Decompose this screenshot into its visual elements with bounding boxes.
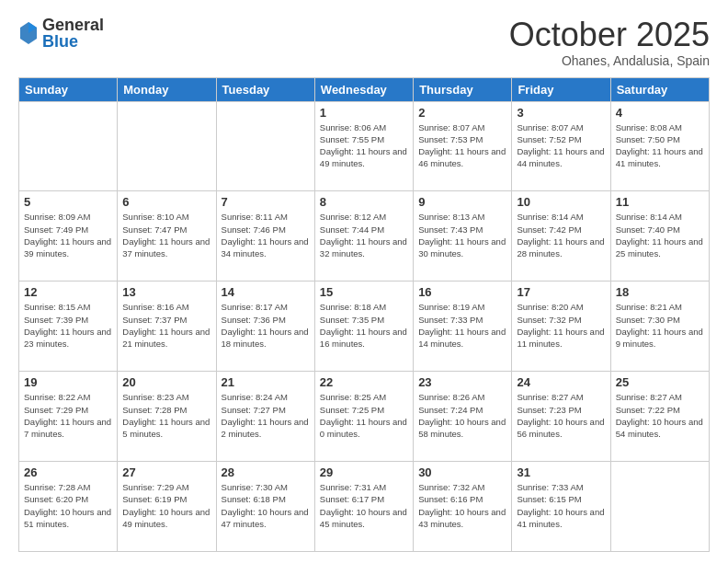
day-number: 21 bbox=[222, 375, 310, 389]
day-info: Sunrise: 7:30 AM Sunset: 6:18 PM Dayligh… bbox=[222, 481, 310, 530]
day-number: 25 bbox=[616, 375, 704, 389]
day-of-week-wednesday: Wednesday bbox=[314, 77, 413, 101]
location: Ohanes, Andalusia, Spain bbox=[509, 53, 710, 68]
day-number: 7 bbox=[222, 195, 310, 209]
calendar-cell: 16Sunrise: 8:19 AM Sunset: 7:33 PM Dayli… bbox=[414, 282, 512, 372]
calendar-cell: 28Sunrise: 7:30 AM Sunset: 6:18 PM Dayli… bbox=[216, 462, 314, 552]
calendar-cell: 18Sunrise: 8:21 AM Sunset: 7:30 PM Dayli… bbox=[610, 282, 709, 372]
calendar-cell: 4Sunrise: 8:08 AM Sunset: 7:50 PM Daylig… bbox=[610, 101, 709, 191]
logo-blue-text: Blue bbox=[42, 33, 104, 50]
day-info: Sunrise: 8:07 AM Sunset: 7:53 PM Dayligh… bbox=[418, 121, 506, 170]
calendar-week-3: 12Sunrise: 8:15 AM Sunset: 7:39 PM Dayli… bbox=[19, 282, 710, 372]
day-number: 9 bbox=[418, 195, 506, 209]
calendar-cell: 7Sunrise: 8:11 AM Sunset: 7:46 PM Daylig… bbox=[216, 191, 314, 282]
month-title: October 2025 bbox=[509, 17, 710, 53]
calendar-cell bbox=[19, 101, 118, 191]
day-info: Sunrise: 8:12 AM Sunset: 7:44 PM Dayligh… bbox=[320, 211, 408, 259]
day-info: Sunrise: 8:26 AM Sunset: 7:24 PM Dayligh… bbox=[418, 391, 506, 440]
logo-general-text: General bbox=[42, 17, 104, 33]
day-info: Sunrise: 7:31 AM Sunset: 6:17 PM Dayligh… bbox=[320, 481, 408, 530]
day-number: 29 bbox=[320, 465, 408, 479]
day-info: Sunrise: 8:15 AM Sunset: 7:39 PM Dayligh… bbox=[24, 301, 112, 350]
calendar-cell: 12Sunrise: 8:15 AM Sunset: 7:39 PM Dayli… bbox=[19, 282, 118, 372]
day-of-week-friday: Friday bbox=[512, 77, 610, 101]
day-number: 23 bbox=[418, 375, 506, 389]
day-info: Sunrise: 8:22 AM Sunset: 7:29 PM Dayligh… bbox=[24, 391, 112, 440]
calendar-cell: 17Sunrise: 8:20 AM Sunset: 7:32 PM Dayli… bbox=[512, 282, 610, 372]
header: General Blue October 2025 Ohanes, Andalu… bbox=[18, 17, 710, 68]
title-area: October 2025 Ohanes, Andalusia, Spain bbox=[509, 17, 710, 68]
calendar-cell: 5Sunrise: 8:09 AM Sunset: 7:49 PM Daylig… bbox=[19, 191, 118, 282]
calendar-cell: 14Sunrise: 8:17 AM Sunset: 7:36 PM Dayli… bbox=[216, 282, 314, 372]
day-number: 19 bbox=[24, 375, 112, 389]
calendar-cell: 24Sunrise: 8:27 AM Sunset: 7:23 PM Dayli… bbox=[512, 372, 610, 462]
day-number: 16 bbox=[418, 285, 506, 299]
day-number: 10 bbox=[517, 195, 605, 209]
calendar-cell: 15Sunrise: 8:18 AM Sunset: 7:35 PM Dayli… bbox=[314, 282, 413, 372]
logo: General Blue bbox=[18, 17, 104, 50]
day-info: Sunrise: 8:13 AM Sunset: 7:43 PM Dayligh… bbox=[418, 211, 506, 259]
calendar-cell: 3Sunrise: 8:07 AM Sunset: 7:52 PM Daylig… bbox=[512, 101, 610, 191]
calendar-cell: 25Sunrise: 8:27 AM Sunset: 7:22 PM Dayli… bbox=[610, 372, 709, 462]
day-number: 6 bbox=[122, 195, 210, 209]
day-info: Sunrise: 8:07 AM Sunset: 7:52 PM Dayligh… bbox=[517, 121, 605, 170]
day-info: Sunrise: 8:14 AM Sunset: 7:42 PM Dayligh… bbox=[517, 211, 605, 259]
calendar-cell: 20Sunrise: 8:23 AM Sunset: 7:28 PM Dayli… bbox=[118, 372, 216, 462]
calendar-cell bbox=[118, 101, 216, 191]
day-number: 26 bbox=[24, 465, 112, 479]
calendar-cell: 11Sunrise: 8:14 AM Sunset: 7:40 PM Dayli… bbox=[610, 191, 709, 282]
calendar: SundayMondayTuesdayWednesdayThursdayFrid… bbox=[18, 77, 710, 552]
day-number: 5 bbox=[24, 195, 112, 209]
day-info: Sunrise: 8:10 AM Sunset: 7:47 PM Dayligh… bbox=[122, 211, 210, 259]
calendar-cell: 23Sunrise: 8:26 AM Sunset: 7:24 PM Dayli… bbox=[414, 372, 512, 462]
day-info: Sunrise: 8:25 AM Sunset: 7:25 PM Dayligh… bbox=[320, 391, 408, 440]
day-info: Sunrise: 8:23 AM Sunset: 7:28 PM Dayligh… bbox=[122, 391, 210, 440]
day-info: Sunrise: 8:14 AM Sunset: 7:40 PM Dayligh… bbox=[616, 211, 704, 259]
day-info: Sunrise: 8:16 AM Sunset: 7:37 PM Dayligh… bbox=[122, 301, 210, 350]
day-info: Sunrise: 7:32 AM Sunset: 6:16 PM Dayligh… bbox=[418, 481, 506, 530]
day-number: 13 bbox=[122, 285, 210, 299]
page: General Blue October 2025 Ohanes, Andalu… bbox=[0, 0, 728, 563]
day-number: 24 bbox=[517, 375, 605, 389]
calendar-cell: 22Sunrise: 8:25 AM Sunset: 7:25 PM Dayli… bbox=[314, 372, 413, 462]
calendar-week-1: 1Sunrise: 8:06 AM Sunset: 7:55 PM Daylig… bbox=[19, 101, 710, 191]
day-number: 27 bbox=[122, 465, 210, 479]
day-info: Sunrise: 8:20 AM Sunset: 7:32 PM Dayligh… bbox=[517, 301, 605, 350]
calendar-cell: 30Sunrise: 7:32 AM Sunset: 6:16 PM Dayli… bbox=[414, 462, 512, 552]
day-of-week-sunday: Sunday bbox=[19, 77, 118, 101]
day-info: Sunrise: 8:17 AM Sunset: 7:36 PM Dayligh… bbox=[222, 301, 310, 350]
day-info: Sunrise: 8:19 AM Sunset: 7:33 PM Dayligh… bbox=[418, 301, 506, 350]
calendar-cell: 2Sunrise: 8:07 AM Sunset: 7:53 PM Daylig… bbox=[414, 101, 512, 191]
day-of-week-thursday: Thursday bbox=[414, 77, 512, 101]
day-number: 31 bbox=[517, 465, 605, 479]
day-number: 11 bbox=[616, 195, 704, 209]
day-info: Sunrise: 8:27 AM Sunset: 7:23 PM Dayligh… bbox=[517, 391, 605, 440]
calendar-cell: 29Sunrise: 7:31 AM Sunset: 6:17 PM Dayli… bbox=[314, 462, 413, 552]
calendar-cell bbox=[610, 462, 709, 552]
calendar-cell: 13Sunrise: 8:16 AM Sunset: 7:37 PM Dayli… bbox=[118, 282, 216, 372]
calendar-cell: 6Sunrise: 8:10 AM Sunset: 7:47 PM Daylig… bbox=[118, 191, 216, 282]
calendar-cell: 8Sunrise: 8:12 AM Sunset: 7:44 PM Daylig… bbox=[314, 191, 413, 282]
logo-icon bbox=[18, 20, 39, 46]
day-number: 15 bbox=[320, 285, 408, 299]
day-info: Sunrise: 8:27 AM Sunset: 7:22 PM Dayligh… bbox=[616, 391, 704, 440]
calendar-cell: 19Sunrise: 8:22 AM Sunset: 7:29 PM Dayli… bbox=[19, 372, 118, 462]
calendar-cell: 27Sunrise: 7:29 AM Sunset: 6:19 PM Dayli… bbox=[118, 462, 216, 552]
day-number: 3 bbox=[517, 106, 605, 120]
calendar-cell: 26Sunrise: 7:28 AM Sunset: 6:20 PM Dayli… bbox=[19, 462, 118, 552]
day-info: Sunrise: 8:18 AM Sunset: 7:35 PM Dayligh… bbox=[320, 301, 408, 350]
day-number: 30 bbox=[418, 465, 506, 479]
day-number: 28 bbox=[222, 465, 310, 479]
day-info: Sunrise: 8:11 AM Sunset: 7:46 PM Dayligh… bbox=[222, 211, 310, 259]
day-info: Sunrise: 8:08 AM Sunset: 7:50 PM Dayligh… bbox=[616, 121, 704, 170]
day-number: 8 bbox=[320, 195, 408, 209]
day-number: 22 bbox=[320, 375, 408, 389]
day-info: Sunrise: 7:29 AM Sunset: 6:19 PM Dayligh… bbox=[122, 481, 210, 530]
calendar-cell: 10Sunrise: 8:14 AM Sunset: 7:42 PM Dayli… bbox=[512, 191, 610, 282]
day-number: 4 bbox=[616, 106, 704, 120]
calendar-cell: 1Sunrise: 8:06 AM Sunset: 7:55 PM Daylig… bbox=[314, 101, 413, 191]
calendar-header-row: SundayMondayTuesdayWednesdayThursdayFrid… bbox=[19, 77, 710, 101]
day-of-week-monday: Monday bbox=[118, 77, 216, 101]
day-info: Sunrise: 8:09 AM Sunset: 7:49 PM Dayligh… bbox=[24, 211, 112, 259]
calendar-cell: 31Sunrise: 7:33 AM Sunset: 6:15 PM Dayli… bbox=[512, 462, 610, 552]
